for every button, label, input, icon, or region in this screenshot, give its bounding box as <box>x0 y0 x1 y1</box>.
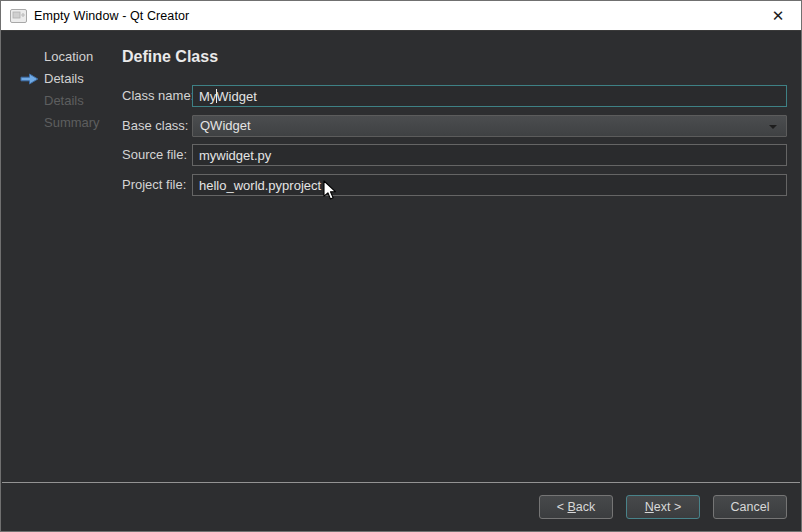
wizard-button-bar: < Back Next > Cancel <box>2 482 800 530</box>
step-details-pending: Details <box>2 90 122 112</box>
current-step-arrow-icon <box>20 73 39 85</box>
step-summary: Summary <box>2 112 122 134</box>
class-name-label: Class name: <box>122 85 194 107</box>
app-icon <box>10 9 27 23</box>
class-name-input[interactable] <box>192 85 787 107</box>
class-name-row: Class name: <box>122 85 787 107</box>
close-icon: ✕ <box>772 7 785 25</box>
next-button[interactable]: Next > <box>626 495 700 519</box>
project-file-row: Project file: <box>122 174 787 196</box>
step-label: Details <box>44 71 84 86</box>
chevron-down-icon <box>769 125 777 129</box>
wizard-content: Location Details Details Summary Define … <box>2 31 800 482</box>
close-button[interactable]: ✕ <box>764 3 792 29</box>
window-title: Empty Window - Qt Creator <box>34 9 189 23</box>
text-caret <box>216 89 217 103</box>
base-class-row: Base class: QWidget <box>122 115 787 137</box>
wizard-step-list: Location Details Details Summary <box>2 46 122 134</box>
source-file-input[interactable] <box>192 144 787 166</box>
base-class-combobox[interactable]: QWidget <box>192 115 787 137</box>
wizard-dialog: Empty Window - Qt Creator ✕ Location Det… <box>0 0 802 532</box>
cancel-button[interactable]: Cancel <box>713 495 787 519</box>
project-file-input[interactable] <box>192 174 787 196</box>
step-location: Location <box>2 46 122 68</box>
titlebar: Empty Window - Qt Creator ✕ <box>1 1 801 31</box>
base-class-label: Base class: <box>122 115 188 137</box>
base-class-selected-value: QWidget <box>200 118 251 133</box>
step-label: Details <box>44 93 84 108</box>
define-class-page: Define Class Class name: Base class: QWi… <box>122 31 800 482</box>
page-title: Define Class <box>122 48 218 66</box>
project-file-label: Project file: <box>122 174 186 196</box>
back-button[interactable]: < Back <box>539 495 613 519</box>
source-file-row: Source file: <box>122 144 787 166</box>
source-file-label: Source file: <box>122 144 187 166</box>
step-label: Location <box>44 49 93 64</box>
step-label: Summary <box>44 115 100 130</box>
step-details-current: Details <box>2 68 122 90</box>
